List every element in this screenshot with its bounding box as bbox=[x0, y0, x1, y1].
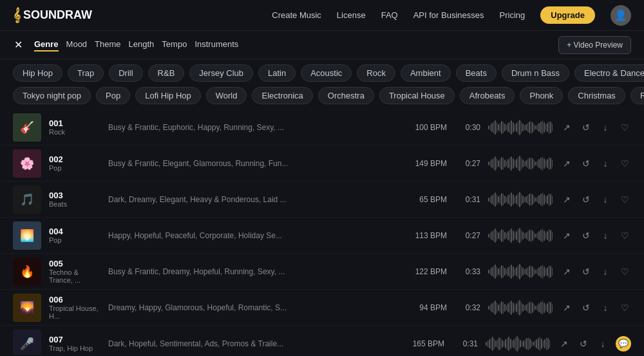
download-icon[interactable]: ↓ bbox=[599, 303, 612, 313]
filter-tab-tempo[interactable]: Tempo bbox=[162, 38, 187, 52]
track-actions: ↗ ↺ ↓ ♡ bbox=[560, 158, 631, 169]
genre-tag-latin[interactable]: Latin bbox=[258, 64, 296, 82]
track-actions: ↗ ↺ ↓ ♡ bbox=[560, 303, 631, 313]
track-number-genre: 003 Beats bbox=[49, 191, 100, 208]
track-waveform[interactable] bbox=[488, 299, 553, 317]
nav-create-music[interactable]: Create Music bbox=[272, 10, 321, 20]
genre-tag-christmas[interactable]: Christmas bbox=[568, 87, 625, 104]
genre-tag-tokyo-night-pop[interactable]: Tokyo night pop bbox=[13, 87, 91, 104]
track-number-genre: 002 Pop bbox=[49, 155, 100, 172]
track-row[interactable]: 🌅 004 Pop Happy, Hopeful, Peaceful, Corp… bbox=[0, 218, 644, 254]
share-icon[interactable]: ↗ bbox=[560, 194, 573, 205]
genre-tag-electronica[interactable]: Electronica bbox=[252, 87, 312, 104]
share-icon[interactable]: ↗ bbox=[560, 230, 573, 241]
avatar[interactable]: 👤 bbox=[611, 5, 631, 26]
download-icon[interactable]: ↓ bbox=[599, 122, 612, 133]
genre-tag-reggae[interactable]: Reggae bbox=[630, 87, 644, 104]
filter-tab-mood[interactable]: Mood bbox=[66, 38, 88, 52]
track-row[interactable]: 🌄 006 Tropical House, H... Dreamy, Happy… bbox=[0, 290, 644, 326]
genre-row-1: Hip HopTrapDrillR&BJersey ClubLatinAcous… bbox=[13, 64, 631, 82]
track-number: 001 bbox=[49, 118, 100, 128]
track-row[interactable]: 🎸 001 Rock Busy & Frantic, Euphoric, Hap… bbox=[0, 109, 644, 145]
track-number: 006 bbox=[49, 295, 100, 304]
heart-icon[interactable]: ♡ bbox=[618, 122, 631, 133]
track-waveform[interactable] bbox=[488, 227, 553, 245]
chat-bubble-icon[interactable]: 💬 bbox=[616, 336, 631, 351]
genre-tag-electro-and-dance[interactable]: Electro & Dance bbox=[574, 64, 644, 82]
loop-icon[interactable]: ↺ bbox=[580, 122, 592, 133]
track-tags: Dark, Hopeful, Sentimental, Ads, Promos … bbox=[108, 339, 392, 348]
genre-tag-hip-hop[interactable]: Hip Hop bbox=[13, 64, 62, 82]
share-icon[interactable]: ↗ bbox=[560, 158, 573, 169]
track-tags: Happy, Hopeful, Peaceful, Corporate, Hol… bbox=[108, 231, 394, 240]
loop-icon[interactable]: ↺ bbox=[577, 339, 590, 349]
close-filter-button[interactable]: ✕ bbox=[13, 37, 24, 52]
track-row[interactable]: 🎤 007 Trap, Hip Hop Dark, Hopeful, Senti… bbox=[0, 326, 644, 355]
upgrade-button[interactable]: Upgrade bbox=[540, 6, 595, 24]
filter-tab-theme[interactable]: Theme bbox=[95, 38, 120, 52]
track-thumbnail: 🎵 bbox=[13, 185, 41, 214]
genre-tag-jersey-club[interactable]: Jersey Club bbox=[189, 64, 253, 82]
loop-icon[interactable]: ↺ bbox=[580, 267, 592, 277]
main-nav: Create Music License FAQ API for Busines… bbox=[272, 5, 631, 26]
genre-tag-tropical-house[interactable]: Tropical House bbox=[379, 87, 455, 104]
track-row[interactable]: 🔥 005 Techno & Trance, ... Busy & Franti… bbox=[0, 254, 644, 290]
genre-tag-beats[interactable]: Beats bbox=[456, 64, 497, 82]
heart-icon[interactable]: ♡ bbox=[618, 194, 631, 205]
loop-icon[interactable]: ↺ bbox=[580, 158, 592, 169]
track-waveform[interactable] bbox=[488, 118, 553, 136]
genre-tag-rock[interactable]: Rock bbox=[357, 64, 395, 82]
download-icon[interactable]: ↓ bbox=[599, 230, 612, 241]
filter-tab-instruments[interactable]: Instruments bbox=[194, 38, 238, 52]
track-waveform[interactable] bbox=[488, 191, 553, 209]
loop-icon[interactable]: ↺ bbox=[580, 303, 592, 313]
nav-api[interactable]: API for Businesses bbox=[413, 10, 484, 20]
share-icon[interactable]: ↗ bbox=[560, 122, 573, 133]
nav-pricing[interactable]: Pricing bbox=[500, 10, 526, 20]
filter-bar: ✕ Genre Mood Theme Length Tempo Instrume… bbox=[0, 31, 644, 59]
heart-icon[interactable]: ♡ bbox=[618, 303, 631, 313]
genre-tag-ambient[interactable]: Ambient bbox=[401, 64, 451, 82]
heart-icon[interactable]: ♡ bbox=[618, 230, 631, 241]
download-icon[interactable]: ↓ bbox=[599, 194, 612, 205]
download-icon[interactable]: ↓ bbox=[596, 339, 609, 349]
share-icon[interactable]: ↗ bbox=[558, 339, 571, 349]
genre-tag-drill[interactable]: Drill bbox=[109, 64, 142, 82]
genre-tag-afrobeats[interactable]: Afrobeats bbox=[460, 87, 515, 104]
loop-icon[interactable]: ↺ bbox=[580, 194, 592, 205]
genre-tag-randb[interactable]: R&B bbox=[148, 64, 185, 82]
genre-tag-lofi-hip-hop[interactable]: Lofi Hip Hop bbox=[135, 87, 201, 104]
heart-icon[interactable]: ♡ bbox=[618, 267, 631, 277]
download-icon[interactable]: ↓ bbox=[599, 158, 612, 169]
logo[interactable]: 𝄞 SOUNDRAW bbox=[13, 8, 92, 23]
track-bpm: 165 BPM bbox=[399, 339, 444, 348]
genre-tag-trap[interactable]: Trap bbox=[68, 64, 104, 82]
nav-license[interactable]: License bbox=[337, 10, 366, 20]
track-genre: Techno & Trance, ... bbox=[49, 268, 100, 284]
track-actions: ↗ ↺ ↓ ♡ bbox=[560, 122, 631, 133]
genre-tag-drum-n-bass[interactable]: Drum n Bass bbox=[502, 64, 569, 82]
video-preview-button[interactable]: + Video Preview bbox=[558, 36, 631, 54]
loop-icon[interactable]: ↺ bbox=[580, 230, 592, 241]
genre-row-2: Tokyo night popPopLofi Hip HopWorldElect… bbox=[13, 87, 631, 104]
track-row[interactable]: 🎵 003 Beats Dark, Dreamy, Elegant, Heavy… bbox=[0, 182, 644, 218]
filter-tab-genre[interactable]: Genre bbox=[34, 38, 59, 52]
track-duration: 0:27 bbox=[455, 231, 480, 240]
genre-tag-orchestra[interactable]: Orchestra bbox=[318, 87, 374, 104]
share-icon[interactable]: ↗ bbox=[560, 303, 573, 313]
download-icon[interactable]: ↓ bbox=[599, 267, 612, 277]
share-icon[interactable]: ↗ bbox=[560, 267, 573, 277]
genre-tag-phonk[interactable]: Phonk bbox=[520, 87, 563, 104]
track-waveform[interactable] bbox=[488, 155, 553, 173]
track-row[interactable]: 🌸 002 Pop Busy & Frantic, Elegant, Glamo… bbox=[0, 145, 644, 182]
track-thumbnail: 🌄 bbox=[13, 294, 41, 322]
genre-tag-acoustic[interactable]: Acoustic bbox=[301, 64, 352, 82]
nav-faq[interactable]: FAQ bbox=[381, 10, 398, 20]
heart-icon[interactable]: ♡ bbox=[618, 158, 631, 169]
track-waveform[interactable] bbox=[488, 263, 553, 281]
track-waveform[interactable] bbox=[486, 335, 550, 353]
track-duration: 0:30 bbox=[455, 123, 480, 132]
filter-tab-length[interactable]: Length bbox=[129, 38, 155, 52]
genre-tag-world[interactable]: World bbox=[206, 87, 247, 104]
genre-tag-pop[interactable]: Pop bbox=[96, 87, 130, 104]
